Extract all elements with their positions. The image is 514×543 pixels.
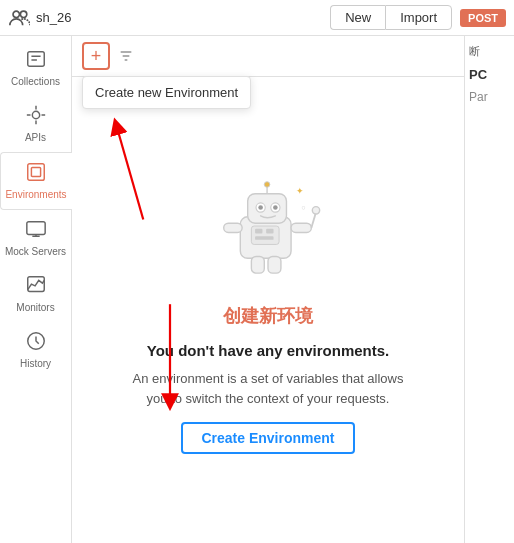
svg-point-0	[13, 11, 19, 17]
top-bar-left: sh_26	[8, 7, 71, 29]
svg-rect-4	[28, 164, 45, 181]
sidebar-mock-servers-label: Mock Servers	[5, 246, 66, 258]
svg-point-3	[32, 111, 39, 118]
svg-rect-27	[268, 256, 281, 273]
add-env-tooltip: Create new Environment	[82, 76, 251, 109]
import-button[interactable]: Import	[385, 5, 452, 30]
sidebar-item-history[interactable]: History	[0, 322, 71, 378]
sidebar-environments-label: Environments	[5, 189, 66, 201]
svg-text:○: ○	[301, 203, 305, 212]
svg-rect-28	[251, 226, 279, 244]
svg-rect-2	[27, 52, 44, 67]
svg-rect-5	[31, 167, 40, 176]
svg-rect-26	[251, 256, 264, 273]
sidebar-item-apis[interactable]: APIs	[0, 96, 71, 152]
svg-point-17	[273, 205, 278, 210]
right-panel: 断 PC Par	[464, 36, 514, 543]
svg-text:✦: ✦	[296, 186, 304, 196]
create-environment-button[interactable]: Create Environment	[181, 422, 354, 454]
add-env-container: + Create new Environment	[82, 42, 110, 70]
sidebar-item-monitors[interactable]: Monitors	[0, 266, 71, 322]
svg-rect-13	[248, 194, 287, 224]
post-badge: POST	[460, 9, 506, 27]
mock-servers-icon	[25, 218, 47, 243]
add-environment-button[interactable]: +	[82, 42, 110, 70]
filter-button[interactable]	[118, 48, 134, 64]
collections-icon	[25, 48, 47, 73]
svg-point-1	[20, 11, 26, 17]
content-area: + Create new Environment	[72, 36, 464, 543]
username: sh_26	[36, 10, 71, 25]
empty-state-description: An environment is a set of variables tha…	[128, 369, 408, 408]
sidebar-history-label: History	[20, 358, 51, 370]
apis-icon	[25, 104, 47, 129]
user-icon	[8, 7, 30, 29]
sidebar-item-environments[interactable]: Environments	[0, 152, 71, 210]
sidebar-collections-label: Collections	[11, 76, 60, 88]
svg-rect-6	[26, 222, 44, 235]
svg-rect-29	[255, 229, 262, 234]
sidebar-apis-label: APIs	[25, 132, 46, 144]
top-bar: sh_26 New Import POST	[0, 0, 514, 36]
svg-rect-20	[224, 223, 242, 232]
env-toolbar: + Create new Environment	[72, 36, 464, 77]
right-panel-chinese: 断	[469, 44, 510, 59]
svg-point-19	[264, 182, 270, 188]
new-button[interactable]: New	[330, 5, 385, 30]
svg-rect-30	[266, 229, 273, 234]
svg-rect-21	[291, 223, 311, 232]
empty-state: ✦ ○ 创建新环境 You don't have any environment…	[72, 77, 464, 543]
robot-illustration: ✦ ○	[208, 166, 328, 286]
monitors-icon	[25, 274, 47, 299]
right-panel-par: Par	[469, 90, 510, 104]
sidebar-item-mock-servers[interactable]: Mock Servers	[0, 210, 71, 266]
environments-icon	[25, 161, 47, 186]
right-panel-pc: PC	[469, 67, 510, 82]
sidebar-monitors-label: Monitors	[16, 302, 54, 314]
empty-state-title: You don't have any environments.	[147, 342, 390, 359]
history-icon	[25, 330, 47, 355]
sidebar: Collections APIs Environments	[0, 36, 72, 543]
sidebar-item-collections[interactable]: Collections	[0, 40, 71, 96]
svg-rect-31	[255, 236, 273, 240]
svg-point-23	[312, 207, 319, 214]
main-layout: Collections APIs Environments	[0, 36, 514, 543]
chinese-label: 创建新环境	[223, 304, 313, 328]
svg-point-16	[258, 205, 263, 210]
top-bar-actions: New Import POST	[330, 5, 506, 30]
